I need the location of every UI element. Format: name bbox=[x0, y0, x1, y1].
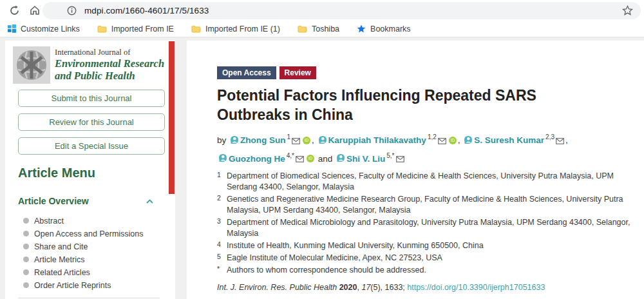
affiliation-sup: 5 bbox=[217, 253, 227, 264]
sidebar-scrollbar[interactable] bbox=[169, 41, 175, 194]
sidebar-item-label: Share and Cite bbox=[34, 242, 88, 251]
bookmark-toshiba[interactable]: Toshiba bbox=[298, 24, 339, 34]
home-icon[interactable] bbox=[28, 4, 41, 17]
bullet-icon bbox=[23, 244, 29, 249]
sidebar-item-label: Open Access and Permissions bbox=[34, 229, 144, 238]
browser-window: mdpi.com/1660-4601/17/5/1633 Customize L… bbox=[0, 0, 644, 299]
affiliation-row: 1Department of Biomedical Sciences, Facu… bbox=[217, 171, 634, 193]
bookmark-label: Imported From IE (1) bbox=[205, 24, 280, 34]
affiliation-sup: 4 bbox=[217, 240, 227, 251]
author-sup: 5,* bbox=[386, 152, 394, 159]
sidebar-item-abstract[interactable]: Abstract bbox=[23, 215, 175, 227]
doi-link[interactable]: https://doi.org/10.3390/ijerph17051633 bbox=[407, 283, 545, 292]
bullet-icon bbox=[23, 218, 29, 224]
orcid-icon[interactable]: iD bbox=[303, 135, 310, 149]
author-sup: 2,3 bbox=[545, 133, 554, 140]
author-link-shi-v-liu[interactable]: Shi V. Liu bbox=[346, 153, 385, 163]
bookmarks-bar: Customize LinksImported From IEImported … bbox=[0, 21, 644, 37]
bookmark-label: Imported From IE bbox=[111, 24, 174, 34]
email-icon[interactable] bbox=[296, 153, 304, 167]
reload-icon[interactable] bbox=[8, 4, 21, 17]
svg-text:iD: iD bbox=[305, 138, 308, 142]
bookmark-imported-from-ie-1[interactable]: Imported From IE (1) bbox=[191, 24, 280, 34]
orcid-icon[interactable]: iD bbox=[307, 153, 314, 167]
person-icon bbox=[464, 135, 473, 149]
chevron-up-icon[interactable] bbox=[146, 199, 153, 204]
affiliation-sup: 1 bbox=[217, 171, 227, 193]
folder-icon bbox=[298, 25, 307, 33]
sidebar-item-share-and-cite[interactable]: Share and Cite bbox=[23, 240, 175, 253]
folder-icon bbox=[191, 25, 201, 33]
article-menu-list: AbstractOpen Access and PermissionsShare… bbox=[23, 215, 175, 291]
sidebar-item-order-article-reprints[interactable]: Order Article Reprints bbox=[23, 279, 175, 291]
article-main: Open AccessReview Potential Factors Infl… bbox=[187, 41, 644, 299]
star-icon bbox=[357, 24, 366, 33]
sidebar-buttons: Submit to this JournalReview for this Jo… bbox=[5, 90, 175, 155]
person-icon bbox=[336, 153, 345, 167]
email-icon[interactable] bbox=[556, 135, 564, 149]
citation-journal: Int. J. Environ. Res. Public Health bbox=[217, 283, 339, 292]
affiliation-text: Authors to whom correspondence should be… bbox=[227, 265, 426, 276]
email-icon[interactable] bbox=[438, 135, 446, 149]
author-link-zhong-sun[interactable]: Zhong Sun bbox=[240, 135, 285, 145]
affiliation-row: 3Department of Medical Microbiology and … bbox=[217, 217, 634, 239]
person-icon bbox=[318, 135, 327, 149]
edit-a-special-issue-button[interactable]: Edit a Special Issue bbox=[18, 137, 165, 155]
url-text[interactable]: mdpi.com/1660-4601/17/5/1633 bbox=[84, 6, 209, 15]
journal-name-prefix: International Journal of bbox=[55, 48, 164, 57]
page-background: International Journal of Environmental R… bbox=[0, 37, 644, 299]
submit-to-this-journal-button[interactable]: Submit to this Journal bbox=[18, 90, 165, 107]
author-link-guozhong-he[interactable]: Guozhong He bbox=[229, 153, 285, 163]
bookmark-label: Bookmarks bbox=[370, 24, 411, 34]
affiliation-text: Department of Biomedical Sciences, Facul… bbox=[227, 171, 634, 193]
affiliation-row: 2Genetics and Regenerative Medicine Rese… bbox=[217, 194, 634, 216]
article-overview-toggle[interactable]: Article Overview bbox=[18, 196, 153, 206]
journal-header[interactable]: International Journal of Environmental R… bbox=[5, 41, 175, 84]
review-for-this-journal-button[interactable]: Review for this Journal bbox=[18, 113, 165, 131]
bookmark-bookmarks[interactable]: Bookmarks bbox=[357, 24, 411, 34]
sidebar-item-open-access-and-permissions[interactable]: Open Access and Permissions bbox=[23, 227, 175, 240]
journal-name-line1: Environmental Research bbox=[55, 57, 164, 70]
affiliation-text: Department of Medical Microbiology and P… bbox=[227, 217, 634, 239]
authors-line: by Zhong Sun1iD, Karuppiah Thilakavathy1… bbox=[217, 130, 634, 167]
bookmark-imported-from-ie[interactable]: Imported From IE bbox=[97, 24, 174, 34]
grid-icon bbox=[8, 24, 16, 33]
bookmark-label: Customize Links bbox=[21, 24, 80, 34]
badge-review: Review bbox=[279, 66, 316, 79]
bullet-icon bbox=[23, 231, 29, 236]
bullet-icon bbox=[23, 269, 29, 275]
author-link-s-suresh-kumar[interactable]: S. Suresh Kumar bbox=[474, 135, 544, 145]
orcid-icon[interactable]: iD bbox=[449, 135, 457, 149]
by-label: by bbox=[217, 135, 229, 145]
bullet-icon bbox=[23, 282, 29, 288]
sidebar-divider bbox=[18, 298, 160, 298]
affiliation-sup: 3 bbox=[217, 217, 227, 239]
page-info-icon[interactable] bbox=[67, 6, 77, 15]
journal-logo bbox=[13, 46, 50, 84]
sidebar-item-related-articles[interactable]: Related Articles bbox=[23, 266, 175, 278]
affiliation-row: 4Institute of Health, Kunming Medical Un… bbox=[217, 240, 634, 251]
citation-pages: (5), 1633; bbox=[370, 283, 407, 292]
browser-toolbar: mdpi.com/1660-4601/17/5/1633 bbox=[0, 0, 644, 21]
journal-sidebar: International Journal of Environmental R… bbox=[5, 41, 175, 299]
sidebar-item-article-metrics[interactable]: Article Metrics bbox=[23, 253, 175, 265]
affiliation-row: 5Eagle Institute of Molecular Medicine, … bbox=[217, 253, 634, 264]
person-icon bbox=[218, 153, 227, 167]
folder-icon bbox=[97, 25, 107, 33]
citation-volume: 17 bbox=[361, 283, 370, 292]
author-sup: 1 bbox=[287, 133, 291, 140]
article-title: Potential Factors Influencing Repeated S… bbox=[217, 86, 594, 124]
svg-text:iD: iD bbox=[308, 156, 312, 160]
author-sup: 1,2 bbox=[428, 133, 437, 140]
address-bar[interactable]: mdpi.com/1660-4601/17/5/1633 bbox=[43, 2, 641, 19]
email-icon[interactable] bbox=[292, 135, 300, 149]
bookmark-star-icon[interactable] bbox=[622, 5, 633, 19]
article-overview-label: Article Overview bbox=[18, 196, 89, 206]
email-icon[interactable] bbox=[396, 153, 404, 167]
affiliation-sup: * bbox=[217, 265, 227, 276]
author-link-karuppiah-thilakavathy[interactable]: Karuppiah Thilakavathy bbox=[328, 135, 426, 145]
bookmark-label: Toshiba bbox=[312, 24, 339, 34]
badge-row: Open AccessReview bbox=[217, 66, 634, 79]
affiliation-text: Institute of Health, Kunming Medical Uni… bbox=[227, 240, 484, 251]
bookmark-customize-links[interactable]: Customize Links bbox=[8, 24, 80, 34]
